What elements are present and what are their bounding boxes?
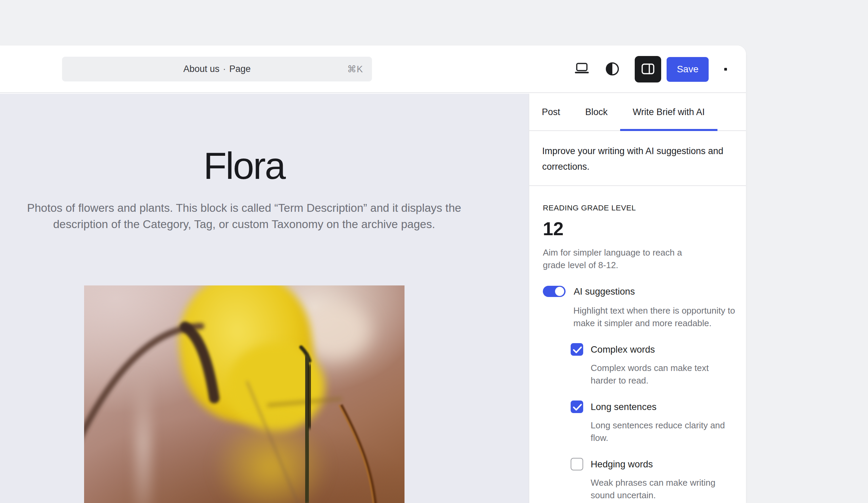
- topbar-actions: Save: [571, 46, 733, 93]
- complex-words-checkbox-row[interactable]: Complex words: [571, 343, 731, 356]
- long-sentences-description: Long sentences reduce clarity and flow.: [591, 419, 733, 444]
- options-menu-button[interactable]: [718, 56, 733, 82]
- editor-window: About us · Page ⌘K: [0, 46, 746, 503]
- ai-suggestions-description: Highlight text when there is opportunity…: [574, 304, 738, 330]
- style-contrast-button[interactable]: [602, 59, 622, 79]
- long-sentences-checkbox[interactable]: [571, 401, 583, 413]
- tab-write-brief-with-ai[interactable]: Write Brief with AI: [620, 94, 717, 130]
- long-sentences-checkbox-row[interactable]: Long sentences: [571, 401, 731, 413]
- panel-intro-text: Improve your writing with AI suggestions…: [529, 131, 746, 186]
- editor-canvas: Flora Photos of flowers and plants. This…: [0, 94, 529, 503]
- term-description-block[interactable]: Photos of flowers and plants. This block…: [1, 200, 487, 232]
- contrast-icon: [605, 61, 620, 77]
- reading-grade-value: 12: [543, 218, 731, 240]
- options-menu-icon: [724, 68, 727, 71]
- sidebar-toggle-icon: [641, 62, 655, 77]
- save-button[interactable]: Save: [666, 57, 709, 82]
- editor-workspace: Flora Photos of flowers and plants. This…: [0, 94, 746, 503]
- tab-block[interactable]: Block: [573, 94, 620, 130]
- document-title: About us: [184, 64, 220, 74]
- toggle-settings-sidebar-button[interactable]: [635, 56, 661, 82]
- document-title-bar[interactable]: About us · Page ⌘K: [62, 57, 372, 81]
- laptop-icon: [574, 62, 590, 77]
- canvas-content-column: Flora Photos of flowers and plants. This…: [0, 94, 488, 232]
- sidebar-tabs: Post Block Write Brief with AI: [529, 94, 746, 131]
- command-shortcut-hint: ⌘K: [347, 64, 363, 75]
- settings-sidebar: Post Block Write Brief with AI Improve y…: [529, 94, 746, 503]
- photo-stems-overlay: [84, 285, 404, 503]
- ai-suggestions-row: AI suggestions: [543, 286, 731, 297]
- term-title-block[interactable]: Flora: [0, 144, 488, 188]
- hedging-words-label: Hedging words: [591, 459, 653, 470]
- hedging-words-checkbox-row[interactable]: Hedging words: [571, 458, 731, 470]
- checkmark-icon: [573, 346, 582, 354]
- ai-suggestions-toggle[interactable]: [543, 286, 566, 297]
- reading-grade-section-label: READING GRADE LEVEL: [543, 204, 731, 212]
- document-title-separator: ·: [223, 64, 226, 74]
- toggle-knob: [555, 287, 564, 296]
- hedging-words-description: Weak phrases can make writing sound unce…: [591, 476, 733, 502]
- editor-topbar: About us · Page ⌘K: [0, 46, 746, 93]
- ai-suggestions-label: AI suggestions: [574, 286, 635, 297]
- tab-post[interactable]: Post: [529, 94, 573, 130]
- long-sentences-label: Long sentences: [591, 402, 657, 412]
- document-type: Page: [229, 64, 250, 74]
- reading-grade-hint: Aim for simpler language to reach a grad…: [543, 247, 692, 272]
- complex-words-label: Complex words: [591, 344, 655, 355]
- checkmark-icon: [573, 404, 582, 411]
- preview-device-button[interactable]: [571, 58, 593, 80]
- hedging-words-checkbox[interactable]: [571, 458, 583, 470]
- complex-words-description: Complex words can make text harder to re…: [591, 362, 733, 387]
- panel-body: READING GRADE LEVEL 12 Aim for simpler l…: [529, 204, 746, 502]
- flora-photo-block[interactable]: [84, 285, 404, 503]
- complex-words-checkbox[interactable]: [571, 343, 583, 356]
